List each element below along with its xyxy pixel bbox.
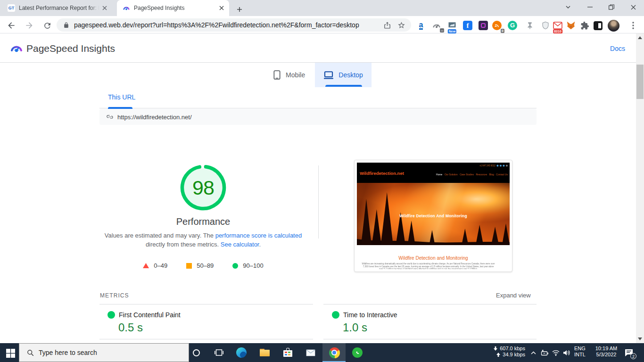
tab-title: PageSpeed Insights	[134, 5, 218, 11]
pagespeed-logo	[9, 41, 24, 55]
performance-summary: 98 Performance Values are estimated and …	[99, 165, 307, 269]
reload-button[interactable]	[41, 20, 53, 31]
browser-tab-active[interactable]: PageSpeed Insights	[117, 0, 229, 16]
psi-title: PageSpeed Insights	[26, 43, 115, 54]
metamask-extension-icon[interactable]	[565, 19, 577, 32]
see-calculator-link[interactable]: See calculator	[221, 241, 259, 248]
shield-extension-icon[interactable]	[539, 19, 552, 32]
edge-icon[interactable]	[236, 347, 247, 358]
window-restore-button[interactable]	[603, 0, 619, 14]
performance-score: 98	[99, 165, 307, 211]
scrollbar-thumb[interactable]	[636, 65, 644, 99]
gt-favicon: GT	[8, 4, 15, 12]
language-indicator[interactable]: ENGINTL	[574, 346, 586, 357]
metrics-heading: METRICS	[100, 292, 129, 299]
this-url-tab[interactable]: This URL	[108, 93, 135, 101]
chrome-icon[interactable]	[329, 347, 340, 358]
site-screenshot-card[interactable]: Wildfiredetection.net +1 647 243 6012 Ho…	[354, 160, 512, 272]
red-triangle-icon	[143, 263, 149, 268]
score-calc-link[interactable]: performance score is calculated	[215, 232, 302, 239]
tab-title: Latest Performance Report for: ht	[19, 5, 101, 11]
scroll-down-arrow	[638, 337, 642, 340]
volume-icon[interactable]	[561, 347, 572, 358]
whatsapp-icon[interactable]	[352, 347, 363, 358]
forward-button[interactable]	[24, 20, 35, 31]
facebook-extension-icon[interactable]: f	[462, 19, 474, 32]
pagespeed-page: PageSpeed Insights Docs Mobile Desktop T…	[0, 33, 636, 343]
wifi-icon[interactable]	[550, 347, 561, 358]
metrics-divider	[323, 339, 537, 339]
tab-close-icon[interactable]	[218, 4, 225, 12]
file-explorer-icon[interactable]	[259, 347, 270, 358]
metric-status-icon	[107, 311, 115, 319]
store-icon[interactable]	[282, 347, 293, 358]
address-bar[interactable]: pagespeed.web.dev/report?url=https%3A%2F…	[57, 18, 411, 32]
browser-menu-icon[interactable]	[627, 19, 639, 32]
score-note: Values are estimated and may vary. The p…	[99, 231, 307, 249]
similarweb-extension-icon[interactable]: New	[446, 19, 458, 32]
share-icon[interactable]	[383, 21, 391, 29]
docs-link[interactable]: Docs	[610, 45, 625, 52]
notifications-icon[interactable]: 2	[623, 347, 635, 358]
desktop-icon	[323, 71, 334, 79]
performance-label[interactable]: Performance	[99, 216, 307, 227]
site-content: Wildfire Detection and Monitoring Wildfi…	[357, 245, 510, 269]
cortana-icon[interactable]	[190, 347, 202, 358]
purple-extension-icon[interactable]	[477, 19, 489, 32]
scroll-up-arrow	[638, 36, 642, 39]
mail-extension-icon[interactable]: 8310	[552, 19, 564, 32]
metric-value: 1.0 s	[343, 321, 367, 334]
taskbar-search[interactable]: Type here to search	[19, 343, 189, 362]
metric-status-icon	[332, 311, 339, 319]
clock[interactable]: 10:19 AM5/3/2022	[592, 346, 621, 357]
social-icon	[503, 165, 505, 167]
network-speed: 607.0 kbps 34.9 kbps	[488, 346, 525, 357]
score-legend: 0–49 50–89 90–100	[99, 262, 307, 269]
tab-desktop[interactable]: Desktop	[315, 63, 372, 87]
task-view-icon[interactable]	[213, 347, 224, 358]
metrics-divider	[323, 304, 537, 304]
rss-extension-icon[interactable]: 0	[491, 19, 503, 32]
profile-avatar[interactable]	[607, 19, 619, 32]
search-placeholder: Type here to search	[39, 349, 97, 356]
back-button[interactable]	[6, 20, 17, 31]
lock-icon[interactable]	[63, 22, 69, 28]
gray-pin-extension-icon[interactable]	[524, 19, 536, 32]
new-tab-button[interactable]	[234, 4, 245, 15]
metrics-divider	[99, 339, 313, 339]
battery-icon[interactable]	[539, 347, 550, 358]
site-body-text: Wildfires are increasing dramatically ar…	[362, 263, 495, 269]
site-nav: HomeOur SolutionCase StudiesResourcesBlo…	[436, 173, 508, 176]
dark-square-extension-icon[interactable]	[592, 19, 604, 32]
performance-gauge[interactable]: 98	[99, 165, 307, 211]
site-brand: Wildfiredetection.net	[360, 171, 404, 176]
site-phone: +1 647 243 6012	[479, 165, 508, 167]
link-icon	[106, 113, 114, 121]
start-button[interactable]	[5, 347, 16, 359]
window-close-button[interactable]	[625, 0, 641, 14]
site-hero-title: Wildfire Detection And Monitoring	[357, 214, 510, 218]
window-minimize-button[interactable]	[582, 0, 598, 14]
extensions-puzzle-icon[interactable]	[578, 19, 591, 32]
notification-badge: 2	[630, 353, 636, 359]
tab-mobile[interactable]: Mobile	[273, 63, 305, 87]
download-arrow-icon	[494, 346, 497, 351]
site-screenshot: Wildfiredetection.net +1 647 243 6012 Ho…	[357, 163, 510, 269]
mobile-icon	[273, 70, 281, 80]
social-icon	[506, 165, 508, 167]
grammarly-extension-icon[interactable]: G	[506, 19, 519, 32]
expand-view-link[interactable]: Expand view	[496, 292, 531, 299]
tray-expand-icon[interactable]	[528, 347, 539, 358]
site-section-heading: Wildfire Detection and Monitoring	[357, 245, 510, 261]
metric-value: 0.5 s	[118, 321, 143, 334]
bookmark-star-icon[interactable]	[397, 21, 405, 29]
gauge-extension-icon[interactable]: --	[430, 19, 443, 32]
browser-tab-inactive[interactable]: GT Latest Performance Report for: ht	[3, 0, 112, 16]
tab-close-icon[interactable]	[101, 4, 108, 12]
tab-search-chevron-icon[interactable]	[560, 0, 576, 14]
url-text: pagespeed.web.dev/report?url=https%3A%2F…	[74, 21, 359, 29]
mail-icon[interactable]	[305, 347, 316, 358]
analyzed-url: https://wildfiredetection.net/	[117, 114, 192, 121]
alexa-extension-icon[interactable]: a	[415, 19, 427, 32]
tab-divider	[99, 108, 537, 108]
